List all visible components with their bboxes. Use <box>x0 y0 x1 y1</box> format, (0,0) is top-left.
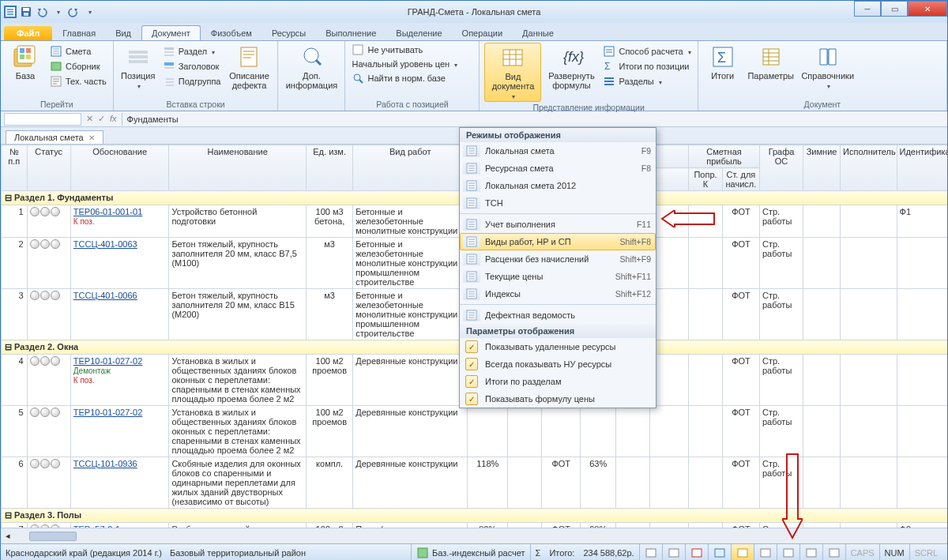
undo-dropdown-icon[interactable] <box>51 6 64 18</box>
col-vid[interactable]: Вид работ <box>353 145 468 191</box>
defect-button[interactable]: Описание дефекта <box>225 43 273 90</box>
col-obosn[interactable]: Обоснование <box>70 145 169 191</box>
itogi-button[interactable]: ΣИтоги <box>703 43 743 81</box>
col-name[interactable]: Наименование <box>169 145 307 191</box>
tab-fizobjem[interactable]: Физобъем <box>201 26 261 40</box>
tab-vypolnenie[interactable]: Выполнение <box>316 26 386 40</box>
position-button[interactable]: Позиция <box>118 43 158 91</box>
col-zimnie[interactable]: Зимние <box>803 145 841 191</box>
tab-document[interactable]: Документ <box>141 25 201 40</box>
accept-icon[interactable]: ✓ <box>98 114 105 124</box>
neuchit-button[interactable]: Не учитывать <box>350 43 424 57</box>
scroll-left-icon[interactable]: ◂ <box>6 531 10 541</box>
table-row[interactable]: 5ТЕР10-01-027-02Установка в жилых и обще… <box>2 406 948 457</box>
sbornik-button[interactable]: Сборник <box>48 59 108 73</box>
tech-button[interactable]: Тех. часть <box>48 74 108 88</box>
smeta-button[interactable]: Смета <box>48 44 108 58</box>
tab-file[interactable]: Файл <box>4 26 52 40</box>
sb-ico2[interactable] <box>662 544 685 560</box>
razv-button[interactable]: {fx}Развернуть формулы <box>544 43 598 90</box>
dd-item[interactable]: Дефектная ведомость <box>460 306 656 324</box>
tab-view[interactable]: Вид <box>106 26 141 40</box>
sb-ico7[interactable] <box>777 544 799 560</box>
cancel-icon[interactable]: ✕ <box>86 114 93 124</box>
dd-item[interactable]: Учет выполненияF11 <box>460 216 656 233</box>
col-grafa[interactable]: Графа ОС <box>759 145 803 191</box>
sb-ico5[interactable] <box>731 544 754 560</box>
sb-ico6[interactable] <box>754 544 777 560</box>
params-button[interactable]: Параметры <box>746 43 796 81</box>
col-ispoln[interactable]: Исполнитель <box>841 145 897 191</box>
sb-ico1[interactable] <box>639 544 662 560</box>
save-icon[interactable] <box>20 6 32 18</box>
col-ed[interactable]: Ед. изм. <box>307 145 353 191</box>
table-row[interactable]: 7ТЕРр57-2-1Разборка покрытий полов: из л… <box>2 523 948 528</box>
svg-rect-18 <box>129 55 148 58</box>
svg-rect-34 <box>503 50 522 66</box>
col-status[interactable]: Статус <box>27 145 70 191</box>
itogipoz-button[interactable]: ΣИтоги по позиции <box>601 59 692 73</box>
col-smpr[interactable]: Сметная прибыль <box>689 145 760 168</box>
svg-rect-25 <box>166 78 174 80</box>
dd-item[interactable]: Расценки без начисленийShift+F9 <box>460 250 656 268</box>
viddoc-button[interactable]: Вид документа <box>484 43 541 102</box>
svg-rect-23 <box>164 62 174 66</box>
dd-item[interactable]: Виды работ, НР и СПShift+F8 <box>460 233 656 250</box>
dd-check-item[interactable]: ✓Итоги по разделам <box>460 373 656 390</box>
sprav-button[interactable]: Справочники <box>799 43 856 91</box>
status-region[interactable]: Краснодарский край (редакция 2014 г.) <box>6 548 162 558</box>
sb-ico4[interactable] <box>708 544 731 560</box>
cell-ref-input[interactable] <box>4 113 81 126</box>
level-button[interactable]: Начальный уровень цен <box>350 58 459 70</box>
find-button[interactable]: Найти в норм. базе <box>350 71 446 85</box>
fx-icon[interactable]: fx <box>110 114 117 124</box>
sb-ico8[interactable] <box>799 544 822 560</box>
dopinfo-button[interactable]: Доп. информация <box>283 43 340 90</box>
tab-data[interactable]: Данные <box>513 26 563 40</box>
tab-main[interactable]: Главная <box>53 26 105 40</box>
undo-icon[interactable] <box>36 6 48 18</box>
dd-item[interactable]: ИндексыShift+F12 <box>460 285 656 303</box>
dd-item[interactable]: Текущие ценыShift+F11 <box>460 268 656 285</box>
scroll-thumb[interactable] <box>29 532 77 541</box>
status-area[interactable]: Базовый территориальный район <box>170 548 306 558</box>
qat-customize-icon[interactable] <box>83 6 96 18</box>
sb-ico3[interactable] <box>685 544 708 560</box>
tab-operations[interactable]: Операции <box>453 26 512 40</box>
doctab-local[interactable]: Локальная смета✕ <box>6 130 103 144</box>
col-ident[interactable]: Идентификатор <box>897 145 947 191</box>
redo-icon[interactable] <box>67 6 80 18</box>
doctab-close-icon[interactable]: ✕ <box>88 133 95 142</box>
sposob-button[interactable]: Способ расчета <box>601 44 692 58</box>
col-stnach[interactable]: Ст. для начисл. <box>722 168 759 191</box>
dd-item[interactable]: Локальная смета 2012 <box>460 177 656 194</box>
svg-rect-44 <box>418 548 427 558</box>
razdel-button[interactable]: Раздел <box>161 44 223 58</box>
formula-value[interactable]: Фундаменты <box>122 113 944 126</box>
table-row[interactable]: 6ТССЦ-101-0936Скобяные изделия для оконн… <box>2 457 948 509</box>
base-button[interactable]: База <box>6 43 45 81</box>
razdely-button[interactable]: Разделы <box>601 74 692 88</box>
dd-item[interactable]: Ресурсная сметаF8 <box>460 160 656 177</box>
dd-check-item[interactable]: ✓Всегда показывать НУ ресурсы <box>460 355 656 373</box>
header-button[interactable]: Заголовок <box>161 59 223 73</box>
tab-resources[interactable]: Ресурсы <box>262 26 315 40</box>
col-num[interactable]: № п.п <box>2 145 28 191</box>
status-total[interactable]: Σ Итого: 234 588,62р. <box>530 544 639 560</box>
minimize-button[interactable]: ─ <box>854 1 881 17</box>
horizontal-scrollbar[interactable]: ◂ <box>1 528 947 543</box>
sb-ico9[interactable] <box>822 544 845 560</box>
subgroup-button[interactable]: Подгруппа <box>161 74 223 88</box>
status-calc[interactable]: Баз.-индексный расчет <box>411 544 529 560</box>
group-workpos-title: Работа с позицией <box>350 99 474 111</box>
maximize-button[interactable]: ▭ <box>881 1 908 17</box>
dd-check-item[interactable]: ✓Показывать удаленные ресурсы <box>460 338 656 355</box>
dd-item[interactable]: Локальная сметаF9 <box>460 142 656 160</box>
dd-item[interactable]: ТСН <box>460 194 656 212</box>
group-document-title: Документ <box>703 99 942 111</box>
tab-vydelenie[interactable]: Выделение <box>386 26 451 40</box>
close-button[interactable]: ✕ <box>908 1 947 17</box>
section-row[interactable]: ⊟ Раздел 3. Полы <box>2 509 948 523</box>
dd-check-item[interactable]: ✓Показывать формулу цены <box>460 390 656 408</box>
col-poprk[interactable]: Попр. К <box>689 168 723 191</box>
